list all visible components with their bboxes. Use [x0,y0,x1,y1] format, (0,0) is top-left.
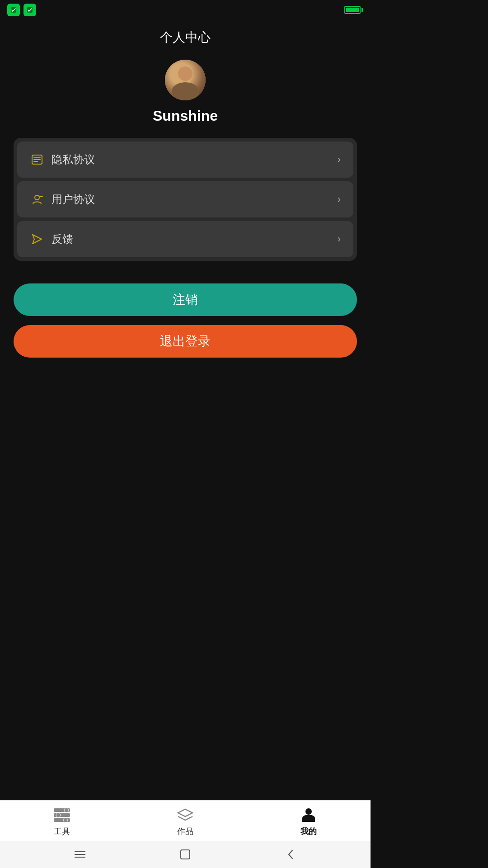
menu-item-user-agreement[interactable]: 用户协议 › [17,181,353,217]
chevron-right-feedback: › [338,233,341,245]
android-back-button[interactable] [284,848,297,861]
page-title: 个人中心 [0,29,371,46]
nav-item-mine[interactable]: 我的 [291,807,327,837]
svg-rect-19 [181,850,190,859]
chevron-right-privacy: › [338,154,341,165]
logout-button[interactable]: 退出登录 [14,325,357,358]
user-agreement-label: 用户协议 [52,192,95,207]
status-icon-1 [7,4,20,16]
status-bar [0,0,371,20]
battery-indicator [344,6,363,14]
nav-item-works[interactable]: 作品 [167,807,203,837]
user-agreement-icon [30,192,44,207]
menu-section: 隐私协议 › 用户协议 › 反馈 › [14,138,357,261]
works-nav-label: 作品 [177,826,193,837]
svg-point-13 [56,813,61,817]
menu-item-privacy[interactable]: 隐私协议 › [17,142,353,178]
menu-item-feedback[interactable]: 反馈 › [17,221,353,257]
buttons-section: 注销 退出登录 [14,283,357,358]
works-nav-icon [177,807,193,823]
tools-nav-label: 工具 [54,826,70,837]
nav-item-tools[interactable]: 工具 [44,807,80,837]
mine-nav-label: 我的 [300,826,317,837]
mine-nav-icon [300,807,317,823]
android-nav-bar [0,841,371,868]
svg-point-12 [64,808,69,812]
status-icons-left [7,4,36,16]
feedback-icon [30,232,44,246]
chevron-right-user: › [338,193,341,205]
android-home-button[interactable] [179,848,192,861]
cancel-account-button[interactable]: 注销 [14,283,357,316]
svg-marker-8 [33,235,42,244]
avatar[interactable] [165,60,206,100]
svg-point-14 [63,818,68,822]
avatar-section: Sunshine [0,60,371,124]
svg-marker-15 [178,809,192,816]
privacy-label: 隐私协议 [52,152,95,167]
bottom-nav: 工具 作品 我的 [0,800,371,841]
username: Sunshine [153,108,218,124]
feedback-label: 反馈 [52,232,73,246]
tools-nav-icon [54,807,70,823]
privacy-icon [30,152,44,167]
status-icon-2 [23,4,36,16]
svg-point-6 [35,195,39,200]
android-menu-button[interactable] [74,848,86,861]
